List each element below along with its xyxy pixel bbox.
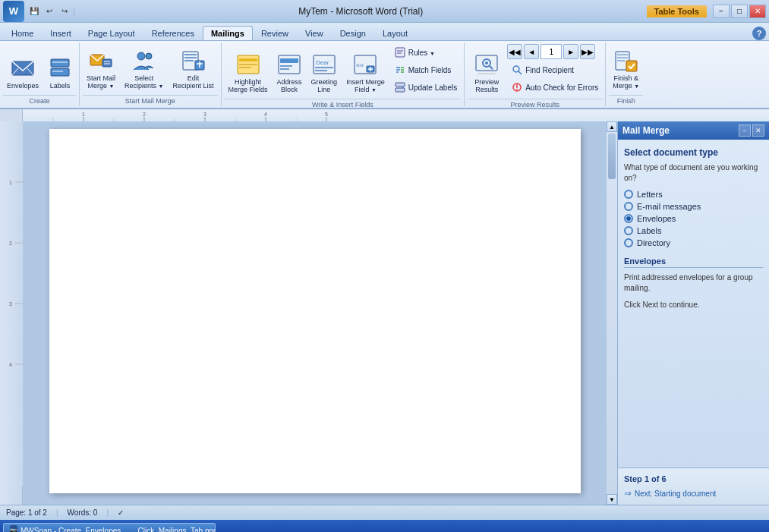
taskbar-item-mwsnap[interactable]: 📷 MWSnap - Create_Envelopes____Click_Mai… bbox=[3, 523, 216, 532]
help-btn[interactable]: ? bbox=[752, 27, 766, 40]
edit-recipient-list-icon bbox=[181, 49, 206, 73]
highlight-merge-fields-btn[interactable]: HighlightMerge Fields bbox=[225, 50, 272, 96]
radio-letters[interactable]: Letters bbox=[624, 190, 763, 199]
rules-btn[interactable]: Rules ▼ bbox=[390, 44, 462, 61]
finish-merge-icon bbox=[614, 49, 638, 73]
svg-point-11 bbox=[137, 52, 145, 60]
labels-btn[interactable]: Labels bbox=[44, 54, 76, 92]
save-quick-btn[interactable]: 💾 bbox=[27, 5, 41, 18]
insert-merge-field-btn[interactable]: «» Insert MergeField ▼ bbox=[342, 50, 389, 96]
radio-envelopes[interactable]: Envelopes bbox=[624, 214, 763, 223]
envelopes-desc: Print addressed envelopes for a group ma… bbox=[624, 272, 763, 294]
svg-text:3: 3 bbox=[9, 301, 12, 307]
start-mail-merge-btn[interactable]: Start MailMerge ▼ bbox=[83, 46, 119, 92]
rules-label: Rules ▼ bbox=[408, 49, 435, 57]
insert-merge-field-icon: «» bbox=[353, 52, 377, 77]
insert-merge-field-label: Insert MergeField ▼ bbox=[346, 78, 385, 93]
radio-labels-label: Labels bbox=[637, 226, 661, 235]
tab-design[interactable]: Design bbox=[332, 26, 374, 40]
envelopes-btn[interactable]: Envelopes bbox=[3, 54, 43, 92]
minimize-btn[interactable]: − bbox=[713, 5, 730, 18]
group-preview-results: PreviewResults ◀◀ ◄ ► ▶▶ bbox=[465, 42, 606, 106]
find-recipient-icon bbox=[511, 64, 523, 76]
envelopes-section-title: Envelopes bbox=[624, 257, 763, 268]
title-text: MyTem - Microsoft Word (Trial) bbox=[75, 6, 647, 17]
scroll-thumb[interactable] bbox=[608, 134, 616, 179]
tab-home[interactable]: Home bbox=[3, 26, 42, 40]
labels-icon bbox=[48, 56, 72, 80]
greeting-line-btn[interactable]: Dear GreetingLine bbox=[307, 50, 342, 96]
update-labels-icon bbox=[394, 81, 406, 93]
tab-view[interactable]: View bbox=[297, 26, 332, 40]
select-recipients-btn[interactable]: SelectRecipients ▼ bbox=[121, 46, 167, 92]
radio-directory-circle bbox=[624, 238, 633, 247]
find-recipient-btn[interactable]: Find Recipient bbox=[507, 61, 602, 78]
tab-references[interactable]: References bbox=[143, 26, 203, 40]
nav-last-btn[interactable]: ▶▶ bbox=[580, 44, 595, 59]
check-icon: ✓ bbox=[118, 508, 124, 517]
radio-directory[interactable]: Directory bbox=[624, 238, 763, 247]
taskbar: 📷 MWSnap - Create_Envelopes____Click_Mai… bbox=[0, 520, 769, 532]
update-labels-btn[interactable]: Update Labels bbox=[390, 79, 462, 96]
page-status-text: Page: 1 of 2 bbox=[6, 508, 47, 517]
match-fields-btn[interactable]: Match Fields bbox=[390, 61, 462, 78]
panel-close-btn[interactable]: ✕ bbox=[752, 124, 764, 137]
auto-check-btn[interactable]: Auto Check for Errors bbox=[507, 79, 602, 96]
scroll-up-btn[interactable]: ▲ bbox=[607, 121, 617, 132]
wi-col: Rules ▼ Match Fields bbox=[390, 44, 462, 96]
preview-results-btn[interactable]: PreviewResults bbox=[468, 50, 506, 96]
address-block-btn[interactable]: AddressBlock bbox=[273, 50, 306, 96]
ruler-corner bbox=[0, 109, 23, 121]
close-btn[interactable]: ✕ bbox=[749, 5, 766, 18]
redo-quick-btn[interactable]: ↪ bbox=[58, 5, 71, 18]
radio-labels[interactable]: Labels bbox=[624, 226, 763, 235]
group-pr-content: PreviewResults ◀◀ ◄ ► ▶▶ bbox=[468, 44, 602, 97]
next-link[interactable]: ⇒ Next: Starting document bbox=[624, 488, 763, 499]
svg-text:2: 2 bbox=[9, 241, 12, 246]
svg-rect-37 bbox=[396, 48, 405, 57]
svg-text:Dear: Dear bbox=[316, 59, 329, 66]
tab-layout[interactable]: Layout bbox=[374, 26, 416, 40]
nav-first-btn[interactable]: ◀◀ bbox=[507, 44, 522, 59]
group-create-content: Envelopes Labels bbox=[3, 44, 76, 93]
panel-title: Mail Merge bbox=[622, 125, 670, 136]
finish-merge-btn[interactable]: Finish &Merge ▼ bbox=[609, 46, 643, 92]
tab-page-layout[interactable]: Page Layout bbox=[80, 26, 143, 40]
svg-text:«»: «» bbox=[356, 61, 364, 69]
tab-insert[interactable]: Insert bbox=[42, 26, 80, 40]
auto-check-label: Auto Check for Errors bbox=[525, 83, 598, 92]
greeting-line-icon: Dear bbox=[312, 52, 336, 77]
nav-prev-btn[interactable]: ◄ bbox=[524, 44, 539, 59]
restore-btn[interactable]: □ bbox=[731, 5, 748, 18]
nav-page-input[interactable] bbox=[541, 44, 562, 59]
radio-envelopes-circle bbox=[624, 214, 633, 223]
group-smd-content: Start MailMerge ▼ SelectRecipients ▼ bbox=[83, 44, 218, 93]
group-create: Envelopes Labels Create bbox=[0, 42, 80, 106]
next-label: Next: Starting document bbox=[635, 490, 716, 498]
question-text: What type of document are you working on… bbox=[624, 162, 763, 184]
step-text: Step 1 of 6 bbox=[624, 474, 763, 483]
nav-next-btn[interactable]: ► bbox=[563, 44, 578, 59]
tab-review[interactable]: Review bbox=[253, 26, 297, 40]
edit-recipient-list-btn[interactable]: EditRecipient List bbox=[169, 46, 218, 92]
panel-minimize-btn[interactable]: − bbox=[739, 124, 751, 137]
radio-email[interactable]: E-mail messages bbox=[624, 202, 763, 211]
ribbon-tabs: Home Insert Page Layout References Maili… bbox=[0, 23, 769, 41]
highlight-merge-fields-icon bbox=[236, 52, 260, 77]
match-fields-icon bbox=[394, 64, 406, 76]
doc-scroll[interactable] bbox=[23, 121, 607, 505]
svg-rect-47 bbox=[396, 88, 405, 92]
svg-rect-25 bbox=[280, 58, 298, 63]
match-fields-label: Match Fields bbox=[408, 66, 452, 74]
address-block-icon bbox=[277, 52, 301, 77]
svg-text:5: 5 bbox=[325, 112, 328, 117]
scroll-down-btn[interactable]: ▼ bbox=[607, 494, 617, 505]
page-status: Page: 1 of 2 bbox=[6, 508, 47, 517]
tab-mailings[interactable]: Mailings bbox=[203, 26, 253, 40]
undo-quick-btn[interactable]: ↩ bbox=[43, 5, 56, 18]
word-logo: W bbox=[3, 1, 24, 22]
envelope-icon bbox=[11, 56, 35, 80]
radio-email-label: E-mail messages bbox=[637, 202, 701, 211]
group-wi-label: Write & Insert Fields bbox=[225, 99, 462, 109]
group-smd-label: Start Mail Merge bbox=[83, 95, 218, 105]
